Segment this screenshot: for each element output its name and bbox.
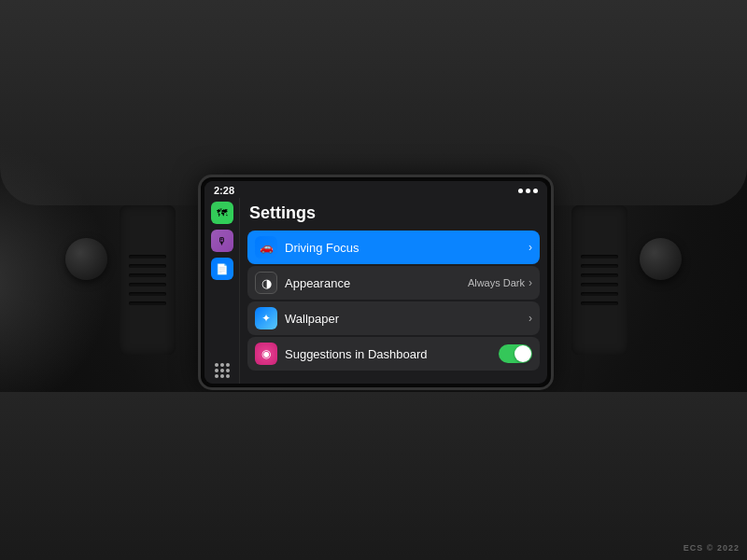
- appearance-item[interactable]: ◑ Appearance Always Dark ›: [247, 266, 540, 300]
- grid-dot: [226, 369, 230, 372]
- appearance-label: Appearance: [285, 276, 468, 290]
- watermark: ECS © 2022: [684, 543, 740, 553]
- suggestions-toggle[interactable]: [499, 344, 532, 363]
- grid-dot: [220, 369, 224, 372]
- left-vent: [120, 205, 176, 355]
- vent-slot: [129, 264, 166, 268]
- main-area: 🗺 🎙 📄: [204, 198, 547, 384]
- driving-focus-chevron: ›: [529, 241, 532, 254]
- right-vent: [571, 205, 627, 355]
- signal-dot-3: [533, 189, 538, 193]
- status-bar: 2:28: [204, 181, 547, 198]
- suggestions-label: Suggestions in Dashboard: [285, 347, 499, 361]
- wallpaper-icon: ✦: [255, 307, 277, 329]
- carplay-screen: 2:28 🗺 🎙 📄: [204, 181, 547, 384]
- vent-slot: [581, 264, 618, 268]
- grid-dot: [215, 363, 218, 367]
- vent-slot: [581, 273, 618, 277]
- appearance-value: Always Dark: [468, 277, 525, 288]
- vent-slot: [129, 292, 166, 296]
- toggle-knob: [514, 345, 531, 362]
- grid-dot: [226, 363, 230, 367]
- settings-content: Settings 🚗 Driving Focus › ◑: [240, 198, 547, 384]
- driving-focus-label: Driving Focus: [285, 241, 529, 255]
- vent-slot: [581, 292, 618, 296]
- sidebar-icon-podcasts[interactable]: 🎙: [211, 230, 233, 252]
- signal-dot-1: [518, 189, 523, 193]
- signal-dot-2: [526, 189, 530, 193]
- grid-dot: [215, 374, 218, 378]
- status-icons: [518, 189, 538, 193]
- grid-dot: [215, 369, 218, 372]
- dash-bottom-surface: [0, 392, 747, 560]
- left-knob[interactable]: [65, 238, 107, 280]
- grid-dot: [220, 374, 224, 378]
- grid-dot: [226, 374, 230, 378]
- wallpaper-item[interactable]: ✦ Wallpaper ›: [247, 301, 540, 335]
- vent-slot: [581, 255, 618, 259]
- sidebar-icon-files[interactable]: 📄: [211, 258, 233, 280]
- vent-slot: [581, 283, 618, 287]
- wallpaper-label: Wallpaper: [285, 312, 529, 326]
- right-knob[interactable]: [640, 238, 682, 280]
- screen-bezel: 2:28 🗺 🎙 📄: [201, 177, 551, 387]
- status-time: 2:28: [214, 185, 234, 196]
- sidebar-app-grid[interactable]: [215, 363, 230, 378]
- grid-dot: [220, 363, 224, 367]
- vent-slot: [581, 301, 618, 305]
- wallpaper-chevron: ›: [529, 312, 532, 325]
- driving-focus-item[interactable]: 🚗 Driving Focus ›: [247, 231, 540, 264]
- settings-list: 🚗 Driving Focus › ◑ Appearance Always Da…: [247, 231, 540, 371]
- page-title: Settings: [247, 203, 540, 223]
- dash-top-surface: [0, 0, 747, 205]
- sidebar-icon-maps[interactable]: 🗺: [211, 202, 233, 224]
- vent-slot: [129, 255, 166, 259]
- steering-wheel-area: [0, 140, 112, 420]
- suggestions-icon: ◉: [255, 343, 277, 365]
- sidebar: 🗺 🎙 📄: [204, 198, 240, 384]
- appearance-chevron: ›: [529, 276, 532, 289]
- suggestions-item[interactable]: ◉ Suggestions in Dashboard: [247, 337, 540, 371]
- driving-focus-icon: 🚗: [255, 236, 277, 259]
- vent-slot: [129, 283, 166, 287]
- vent-slot: [129, 301, 166, 305]
- appearance-icon: ◑: [255, 272, 277, 294]
- vent-slot: [129, 273, 166, 277]
